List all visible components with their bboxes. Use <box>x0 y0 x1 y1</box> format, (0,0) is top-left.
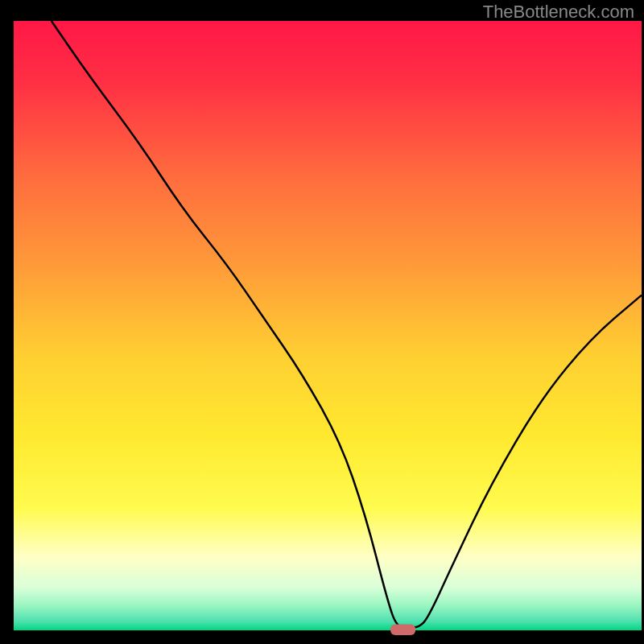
chart-svg <box>0 0 644 644</box>
chart-container: TheBottleneck.com <box>0 0 644 644</box>
watermark-text: TheBottleneck.com <box>483 2 634 23</box>
plot-background <box>14 21 642 630</box>
optimal-marker <box>390 624 415 635</box>
